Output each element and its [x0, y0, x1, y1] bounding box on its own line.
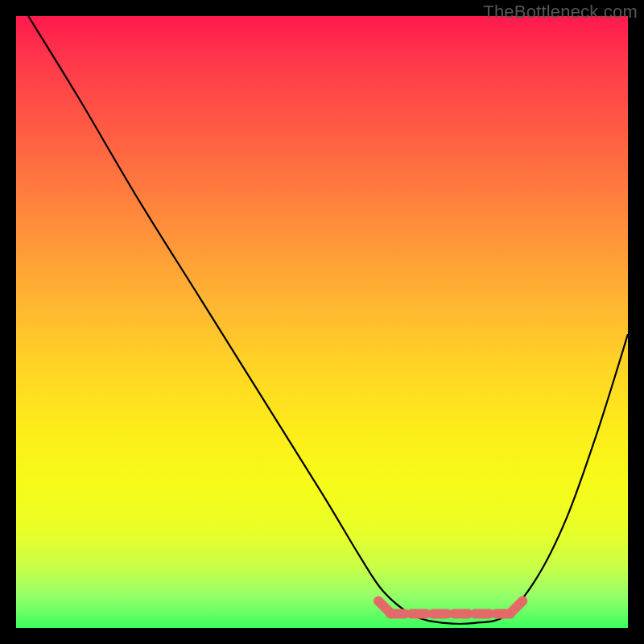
- chart-plot-area: [16, 16, 628, 628]
- watermark-label: TheBottleneck.com: [483, 2, 638, 23]
